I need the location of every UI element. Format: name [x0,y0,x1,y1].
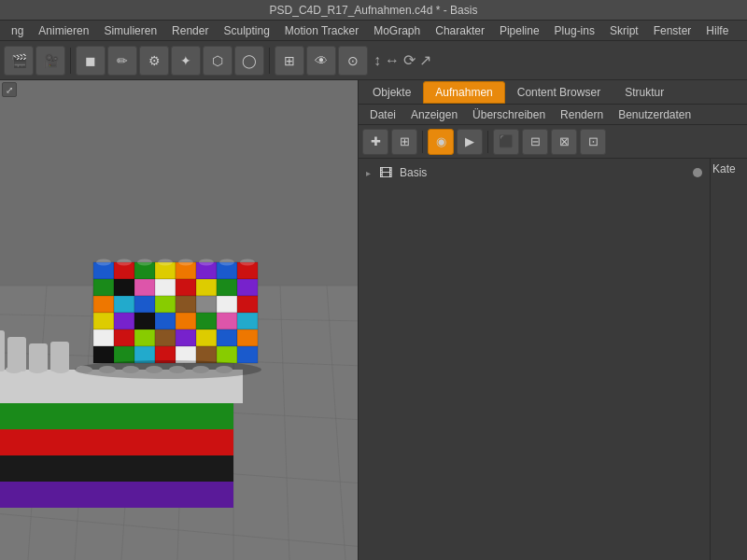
svg-rect-32 [29,343,48,371]
toolbar-sep-1 [70,48,71,74]
tree-item-basis[interactable]: ▸ 🎞 Basis [362,162,706,183]
panel-content: ▸ 🎞 Basis Kate [359,159,747,560]
tool-gear[interactable]: ⚙ [139,46,169,76]
tool-ellipse[interactable]: ◯ [234,46,264,76]
svg-rect-79 [196,346,217,363]
svg-point-22 [52,366,69,373]
svg-rect-39 [196,262,217,279]
menu-sculpting[interactable]: Sculpting [216,22,276,39]
menu-fenster[interactable]: Fenster [646,22,699,39]
nav-expand[interactable]: ↗ [419,51,431,69]
tool-film[interactable]: 🎬 [4,46,34,76]
panel-frames4-button[interactable]: ⊡ [580,129,606,155]
tab-struktur[interactable]: Struktur [613,81,676,104]
panel-record-button[interactable]: ◉ [428,129,454,155]
svg-rect-46 [176,279,196,296]
svg-rect-64 [217,313,237,329]
svg-line-3 [0,314,358,323]
submenu-benutzerdaten[interactable]: Benutzerdaten [611,106,698,123]
tool-target[interactable]: ⊙ [338,46,368,76]
svg-rect-66 [93,329,114,346]
menu-render[interactable]: Render [164,22,216,39]
panel-toolbar: ✚ ⊞ ◉ ▶ ⬛ ⊟ ⊠ ⊡ [359,125,747,159]
svg-point-26 [146,366,162,373]
svg-line-5 [0,398,358,426]
svg-rect-54 [176,296,196,313]
tab-objekte[interactable]: Objekte [360,81,423,104]
panel-frames3-button[interactable]: ⊠ [551,129,577,155]
svg-rect-62 [176,313,196,329]
svg-rect-55 [196,296,217,313]
scene-tree: ▸ 🎞 Basis [359,159,710,560]
panel-play-button[interactable]: ▶ [457,129,483,155]
toolbar-nav: ↕ ↔ ⟳ ↗ [374,51,431,69]
menu-charakter[interactable]: Charakter [428,22,492,39]
menu-plugins[interactable]: Plug-ins [547,22,602,39]
basis-label: Basis [400,166,427,179]
tab-aufnahmen[interactable]: Aufnahmen [423,81,504,104]
panel-frames1-button[interactable]: ⬛ [493,129,519,155]
svg-rect-74 [93,346,114,363]
tool-pen[interactable]: ✏ [107,46,137,76]
svg-point-90 [75,360,261,379]
svg-point-29 [216,366,233,373]
viewport[interactable]: ⤢ [0,80,358,560]
toolbar-sep-2 [269,48,270,74]
svg-point-27 [169,366,186,373]
svg-rect-18 [0,403,233,429]
svg-rect-48 [217,279,237,296]
tool-eye[interactable]: 👁 [306,46,336,76]
toolbar: 🎬 🎥 ◼ ✏ ⚙ ✦ ⬡ ◯ ⊞ 👁 ⊙ ↕ ↔ ⟳ ↗ [0,41,747,80]
svg-rect-41 [237,262,258,279]
basis-icon: 🎞 [379,165,392,180]
menu-skript[interactable]: Skript [602,22,646,39]
svg-rect-44 [134,279,155,296]
tool-grid[interactable]: ⊞ [275,46,304,76]
expand-viewport-button[interactable]: ⤢ [2,82,17,97]
tab-content-browser[interactable]: Content Browser [505,81,613,104]
tool-cube[interactable]: ◼ [76,46,106,76]
kategorie-label: Kate [710,159,747,560]
svg-rect-53 [155,296,176,313]
svg-point-86 [178,259,193,266]
svg-point-82 [96,259,111,266]
nav-rotate[interactable]: ⟳ [403,51,416,69]
svg-point-87 [199,259,214,266]
menu-hilfe[interactable]: Hilfe [698,22,736,39]
svg-rect-34 [93,262,114,279]
svg-point-84 [137,259,152,266]
svg-rect-57 [237,296,258,313]
panel-view-button[interactable]: ⊞ [391,129,417,155]
svg-point-20 [6,366,22,373]
nav-leftright[interactable]: ↔ [385,52,400,69]
svg-point-83 [117,259,132,266]
panel-add-button[interactable]: ✚ [362,129,388,155]
svg-rect-77 [155,346,176,363]
submenu-uberschreiben[interactable]: Überschreiben [465,106,553,123]
svg-rect-59 [114,313,134,329]
svg-rect-58 [93,313,114,329]
menu-pipeline[interactable]: Pipeline [492,22,547,39]
svg-rect-17 [0,429,233,455]
svg-line-11 [177,286,187,560]
svg-rect-76 [134,346,155,363]
svg-rect-51 [114,296,134,313]
submenu-anzeigen[interactable]: Anzeigen [403,106,465,123]
panel-frames2-button[interactable]: ⊟ [522,129,548,155]
menu-mograph[interactable]: MoGraph [366,22,428,39]
svg-rect-60 [134,313,155,329]
menu-simulieren[interactable]: Simulieren [96,22,164,39]
submenu-rendern[interactable]: Rendern [553,106,611,123]
svg-point-23 [76,366,92,373]
nav-updown[interactable]: ↕ [374,52,381,69]
tool-camera[interactable]: 🎥 [35,46,65,76]
menu-ng[interactable]: ng [4,22,31,39]
svg-point-28 [192,366,209,373]
menu-motion-tracker[interactable]: Motion Tracker [277,22,366,39]
submenu-datei[interactable]: Datei [362,106,403,123]
menu-animieren[interactable]: Animieren [31,22,96,39]
tool-star[interactable]: ✦ [171,46,201,76]
svg-rect-40 [217,262,237,279]
tool-hex[interactable]: ⬡ [203,46,233,76]
svg-rect-49 [237,279,258,296]
